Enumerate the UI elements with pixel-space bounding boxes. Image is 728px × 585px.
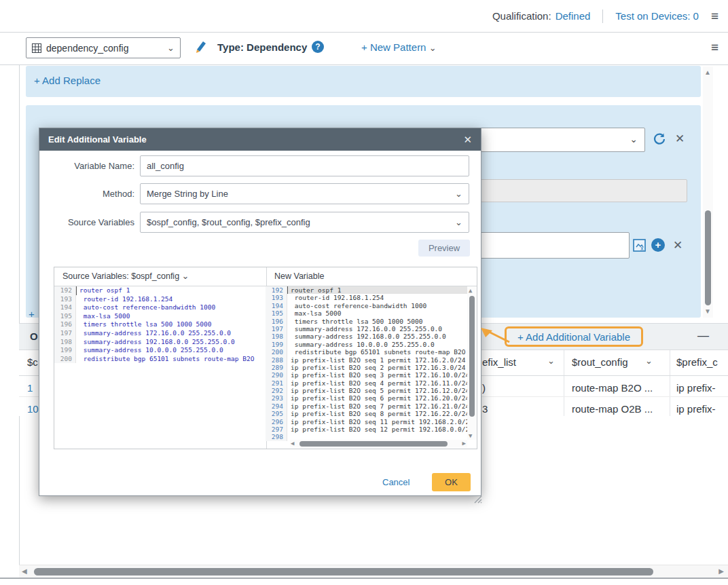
new-pattern-button[interactable]: + New Pattern ⌄: [361, 41, 437, 53]
scroll-right-icon[interactable]: ▶: [718, 568, 724, 575]
partial-add-link[interactable]: +: [29, 308, 35, 320]
source-code-pane[interactable]: 192router ospf 1193 router-id 192.168.1.…: [54, 286, 266, 449]
edit-additional-variable-dialog: Edit Additional Variable ✕ Variable Name…: [39, 128, 481, 496]
compare-body: 192router ospf 1193 router-id 192.168.1.…: [54, 286, 477, 449]
remove-icon[interactable]: ✕: [673, 240, 682, 251]
chevron-down-icon[interactable]: ⌄: [645, 356, 653, 365]
qualification-status: Qualification: Defined: [492, 10, 590, 22]
table-cell: ): [482, 382, 486, 394]
scroll-left-icon[interactable]: ◀: [291, 440, 294, 447]
scroll-left-icon[interactable]: ◀: [22, 568, 27, 575]
annotation-arrow: [474, 324, 519, 349]
chevron-down-icon[interactable]: ⌄: [547, 356, 555, 365]
replace-panel: [26, 66, 701, 97]
scroll-up-icon[interactable]: ▲: [704, 69, 711, 76]
close-icon[interactable]: ✕: [463, 134, 472, 145]
scroll-down-icon[interactable]: ▼: [704, 308, 711, 315]
code-line: 197 summary-address 172.16.0.0 255.255.0…: [266, 325, 477, 333]
collapse-icon[interactable]: —: [697, 329, 709, 343]
code-line: 199 summary-address 10.0.0.0 255.255.0.0: [54, 346, 266, 355]
table-cell: route-map O2B ...: [572, 403, 653, 415]
method-select[interactable]: Merge String by Line ⌄: [140, 183, 469, 204]
scrollbar-thumb[interactable]: [34, 568, 653, 575]
source-variables-value: $ospf_config, $rout_config, $prefix_conf…: [147, 217, 310, 227]
bottom-border: [0, 578, 728, 579]
source-variable-dropdown[interactable]: Source Variables: $ospf_config ⌄: [62, 271, 189, 281]
code-line: 198 summary-address 192.168.0.0 255.255.…: [266, 333, 477, 340]
code-line: 294ip prefix-list B2O seq 7 permit 172.1…: [266, 402, 477, 410]
code-line: 194 auto-cost reference-bandwidth 1000: [54, 303, 266, 312]
code-line: 192router ospf 1: [54, 286, 266, 295]
variable-compare-panel: Source Variables: $ospf_config ⌄ New Var…: [54, 267, 477, 449]
help-icon[interactable]: ?: [312, 41, 324, 53]
method-value: Merge String by Line: [147, 189, 228, 199]
col-header-prefix-config[interactable]: $prefix_c: [676, 356, 718, 368]
scrollbar-thumb[interactable]: [299, 441, 448, 447]
top-status-bar: Qualification: Defined Test on Devices: …: [0, 0, 728, 32]
vertical-scrollbar[interactable]: ▲ ▼: [703, 67, 713, 318]
pattern-select-value: dependency_config: [46, 43, 128, 54]
resize-grip-icon[interactable]: [473, 495, 482, 504]
code-line: 195 max-lsa 5000: [54, 312, 266, 321]
pattern-select[interactable]: dependency_config ⌄: [26, 37, 181, 58]
code-vertical-scrollbar[interactable]: ▲ ▼: [467, 286, 477, 440]
dialog-title: Edit Additional Variable: [48, 134, 147, 145]
horizontal-scrollbar[interactable]: ◀ ▶: [19, 565, 728, 578]
svg-text:x: x: [640, 246, 644, 252]
table-grid-icon: [32, 43, 41, 53]
method-label: Method:: [39, 189, 134, 199]
type-label: Type: Dependency: [217, 41, 307, 53]
col-header-config[interactable]: $c: [27, 356, 38, 368]
remove-icon[interactable]: ✕: [675, 133, 685, 145]
qualification-value[interactable]: Defined: [556, 10, 591, 22]
chevron-down-icon: ⌄: [630, 134, 638, 144]
new-variable-code-pane[interactable]: ▲ ▼ ◀ ▶ 192router ospf 1193 router-id 19…: [266, 286, 477, 449]
app-window: Qualification: Defined Test on Devices: …: [0, 0, 728, 585]
col-header-rout-config[interactable]: $rout_config: [572, 356, 628, 368]
source-variables-select[interactable]: $ospf_config, $rout_config, $prefix_conf…: [140, 212, 469, 233]
add-icon[interactable]: +: [651, 238, 665, 252]
variable-name-input[interactable]: all_config: [140, 155, 469, 176]
qualification-label: Qualification:: [492, 10, 551, 22]
scroll-down-icon[interactable]: ▼: [469, 433, 472, 439]
ok-button[interactable]: OK: [432, 473, 471, 491]
code-line: 196 timers throttle lsa 500 1000 5000: [266, 318, 477, 325]
code-line: 196 timers throttle lsa 500 1000 5000: [54, 320, 266, 329]
menu-icon[interactable]: ≡: [711, 10, 718, 22]
preview-button[interactable]: Preview: [418, 240, 470, 257]
table-cell: ip prefix-: [676, 382, 716, 394]
code-line: 291ip prefix-list B2O seq 4 permit 172.1…: [266, 379, 477, 387]
code-line: 194 auto-cost reference-bandwidth 1000: [266, 302, 477, 309]
menu-icon[interactable]: ≡: [711, 41, 718, 54]
table-cell: 10: [27, 403, 39, 415]
chevron-down-icon: ⌄: [182, 271, 189, 281]
table-cell: 1: [27, 382, 33, 394]
code-line: 193 router-id 192.168.1.254: [54, 295, 266, 304]
pattern-toolbar: dependency_config ⌄ Type: Dependency ? +…: [0, 32, 728, 64]
refresh-icon[interactable]: [652, 132, 667, 147]
dialog-titlebar[interactable]: Edit Additional Variable ✕: [39, 128, 481, 151]
add-additional-variable-button[interactable]: + Add Additional Variable: [505, 326, 643, 347]
code-line: 197 summary-address 172.16.0.0 255.255.0…: [54, 329, 266, 338]
divider: [0, 64, 728, 65]
cancel-button[interactable]: Cancel: [382, 477, 410, 487]
scroll-up-icon[interactable]: ▲: [469, 288, 472, 294]
edit-pencil-icon[interactable]: [194, 39, 208, 54]
expression-preview-icon[interactable]: x: [633, 239, 646, 252]
scrollbar-thumb[interactable]: [705, 210, 711, 305]
test-on-devices-link[interactable]: Test on Devices: 0: [615, 10, 699, 22]
col-header-prefix-list[interactable]: efix_list: [482, 356, 516, 368]
compare-header: Source Variables: $ospf_config ⌄ New Var…: [54, 267, 477, 286]
divider: [602, 10, 603, 23]
table-cell: 3: [482, 403, 488, 415]
code-line: 195 max-lsa 5000: [266, 309, 477, 317]
code-line: 293ip prefix-list B2O seq 6 permit 172.1…: [266, 394, 477, 402]
chevron-down-icon: ⌄: [167, 43, 175, 52]
add-replace-button[interactable]: + Add Replace: [34, 75, 101, 86]
code-line: 193 router-id 192.168.1.254: [266, 294, 477, 301]
scroll-right-icon[interactable]: ▶: [462, 440, 466, 447]
chevron-down-icon: ⌄: [455, 189, 462, 198]
code-horizontal-scrollbar[interactable]: ◀ ▶: [290, 440, 467, 448]
scrollbar-thumb[interactable]: [469, 296, 475, 417]
new-pattern-label: + New Pattern: [361, 41, 426, 53]
